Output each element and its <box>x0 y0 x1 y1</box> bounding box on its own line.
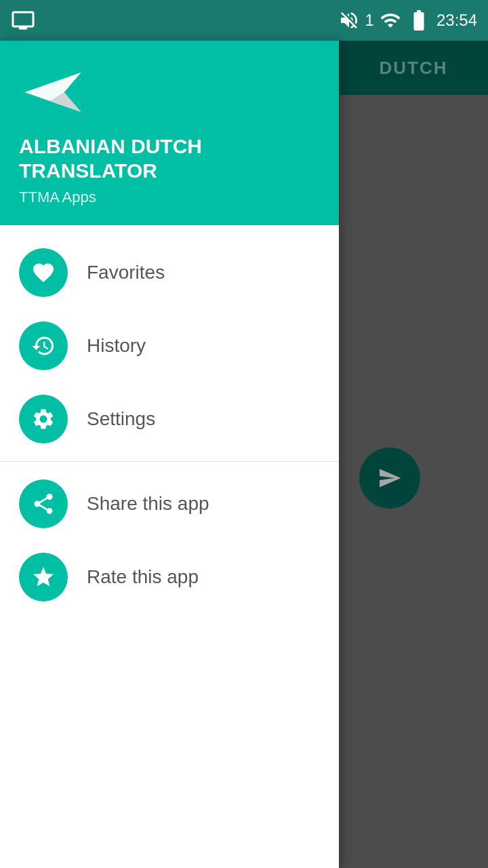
drawer-app-subtitle: TTMA Apps <box>19 189 96 206</box>
drawer-header: ALBANIAN DUTCH TRANSLATOR TTMA Apps <box>0 41 339 225</box>
drawer-overlay[interactable] <box>339 41 488 868</box>
history-label: History <box>87 335 146 357</box>
menu-item-share[interactable]: Share this app <box>0 467 339 540</box>
time-display: 23:54 <box>436 11 477 30</box>
star-icon <box>31 565 56 589</box>
menu-item-rate[interactable]: Rate this app <box>0 540 339 614</box>
menu-item-settings[interactable]: Settings <box>0 382 339 456</box>
share-label: Share this app <box>87 493 209 515</box>
status-bar-right: 1 23:54 <box>338 8 477 33</box>
drawer-menu: Favorites History Settings <box>0 225 339 868</box>
heart-icon <box>31 260 56 285</box>
sim-indicator: 1 <box>365 11 374 30</box>
favorites-label: Favorites <box>87 262 165 283</box>
app-logo <box>19 65 87 122</box>
navigation-drawer: ALBANIAN DUTCH TRANSLATOR TTMA Apps Favo… <box>0 41 339 868</box>
settings-label: Settings <box>87 408 155 430</box>
settings-icon-circle <box>19 395 68 443</box>
status-bar-left <box>11 8 35 33</box>
mute-icon <box>338 9 360 31</box>
main-container: DUTCH ALBANIAN DUTCH TRAN <box>0 41 488 868</box>
screen-icon <box>11 8 35 33</box>
gear-icon <box>31 407 56 431</box>
share-icon <box>31 492 56 516</box>
rate-icon-circle <box>19 553 68 601</box>
history-icon-circle <box>19 321 68 370</box>
menu-divider <box>0 461 339 462</box>
favorites-icon-circle <box>19 248 68 297</box>
drawer-app-title: ALBANIAN DUTCH TRANSLATOR <box>19 134 320 183</box>
menu-item-history[interactable]: History <box>0 309 339 382</box>
rate-label: Rate this app <box>87 566 199 588</box>
share-icon-circle <box>19 479 68 528</box>
clock-icon <box>31 334 56 358</box>
status-bar: 1 23:54 <box>0 0 488 41</box>
menu-item-favorites[interactable]: Favorites <box>0 236 339 309</box>
plane-logo-icon <box>19 65 87 119</box>
signal-icon <box>380 9 401 31</box>
battery-icon <box>407 8 431 33</box>
